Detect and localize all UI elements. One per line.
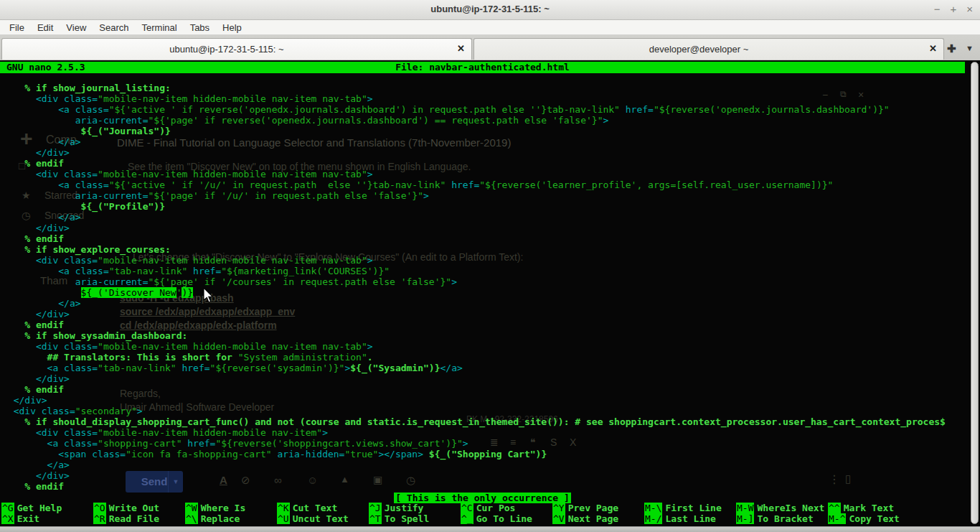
code-line: </div> [2, 373, 946, 384]
mouse-cursor-icon [203, 288, 214, 304]
nano-status-message: [ This is the only occurrence ] [394, 493, 571, 503]
code-line: <a class="${'active ' if reverse('opened… [2, 104, 946, 115]
code-line: ${_("Journals")} [2, 126, 946, 136]
nano-shortcut: ^RRead File [93, 513, 185, 524]
nano-shortcut: ^JJustify [369, 503, 461, 513]
window-bottom-edge [0, 526, 980, 532]
nano-shortcut: ^KCut Text [277, 503, 369, 513]
code-line: % endif [2, 233, 946, 244]
nano-shortcuts-row2: ^XExit^RRead File^\Replace^UUncut Text^T… [1, 513, 920, 524]
close-button[interactable]: × [966, 1, 973, 17]
code-line: % endif [2, 481, 946, 492]
code-line: </a> [2, 136, 946, 147]
nano-filename: File: navbar-authenticated.html [0, 62, 965, 73]
code-line: ## Translators: This is short for "Syste… [2, 352, 946, 363]
terminal-window[interactable]: +Comp□★Starred◷SnoozedThamDIME - Final T… [0, 60, 980, 532]
screen: { "window": { "title": "ubuntu@ip-172-31… [0, 0, 980, 532]
code-line: aria-current="${'page' if '/u/' in reque… [2, 190, 946, 201]
menu-item-terminal[interactable]: Terminal [136, 22, 184, 34]
nano-statusbar: [ This is the only occurrence ] [0, 491, 965, 502]
menu-item-view[interactable]: View [60, 22, 93, 34]
code-line: <div class="secondary"> [2, 406, 946, 416]
terminal-scrollbar[interactable] [971, 62, 979, 524]
code-line: </a> [2, 459, 946, 470]
code-line: <div class="mobile-nav-item hidden-mobil… [2, 255, 946, 266]
code-line: <div class="mobile-nav-item hidden-mobil… [2, 427, 946, 438]
code-line: </a> [2, 212, 946, 223]
nano-shortcut: M-/Last Line [644, 513, 736, 524]
code-line: % if show_journal_listing: [2, 83, 946, 93]
tab-close-icon[interactable]: ✕ [929, 43, 937, 54]
nano-shortcut: ^OWrite Out [93, 503, 185, 513]
code-line: </div> [2, 395, 946, 406]
tab-label: ubuntu@ip-172-31-5-115: ~ [2, 44, 451, 55]
code-line: % endif [2, 158, 946, 169]
tab-close-icon[interactable]: ✕ [457, 43, 465, 54]
code-line: % if show_explore_courses: [2, 244, 946, 255]
menu-item-search[interactable]: Search [93, 22, 135, 34]
code-line: ${_("Profile")} [2, 201, 946, 212]
code-line: <span class="icon fa fa-shopping-cart" a… [2, 449, 946, 459]
code-line: </div> [2, 147, 946, 158]
tab-bar: ubuntu@ip-172-31-5-115: ~ ✕ developer@de… [0, 35, 980, 60]
menu-item-tabs[interactable]: Tabs [184, 22, 216, 34]
code-line: ${_('Discover New')} [2, 287, 946, 298]
nano-titlebar: GNU nano 2.5.3 File: navbar-authenticate… [0, 62, 965, 73]
code-line: </div> [2, 223, 946, 233]
tab-list-dropdown-icon[interactable]: ▼ [966, 44, 974, 52]
menu-item-file[interactable]: File [3, 22, 31, 34]
terminal-tab-developer[interactable]: developer@developer ~ ✕ [473, 38, 944, 60]
code-line: </div> [2, 309, 946, 319]
code-line: aria-current="${'page' if reverse('opene… [2, 115, 946, 126]
nano-shortcut: M-^Copy Text [828, 513, 920, 524]
code-line: % endif [2, 384, 946, 395]
tab-label: developer@developer ~ [474, 44, 923, 55]
nano-shortcut: M-]To Bracket [736, 513, 828, 524]
code-line: <a class="${'active ' if '/u/' in reques… [2, 179, 946, 190]
code-line: </div> [2, 470, 946, 481]
code-line: % if show_sysadmin_dashboard: [2, 330, 946, 341]
nano-shortcut: ^TTo Spell [369, 513, 461, 524]
code-line: % if should_display_shopping_cart_func()… [2, 416, 946, 427]
menu-item-help[interactable]: Help [216, 22, 248, 34]
code-line: <a class="shopping-cart" href="${reverse… [2, 438, 946, 449]
terminal-tab-ubuntu[interactable]: ubuntu@ip-172-31-5-115: ~ ✕ [1, 38, 472, 60]
minimize-button[interactable]: − [934, 1, 941, 17]
code-line: <a class="tab-nav-link" href="${reverse(… [2, 363, 946, 373]
code-line: <div class="mobile-nav-item hidden-mobil… [2, 169, 946, 179]
code-line: <div class="mobile-nav-item hidden-mobil… [2, 341, 946, 352]
code-line: aria-current="${'page' if '/courses' in … [2, 276, 946, 287]
nano-shortcut: ^UUncut Text [277, 513, 369, 524]
editor-text[interactable]: % if show_journal_listing: <div class="m… [2, 83, 946, 492]
nano-shortcut: ^WWhere Is [185, 503, 277, 513]
nano-shortcut: ^CCur Pos [461, 503, 552, 513]
nano-shortcut: M-\First Line [644, 503, 736, 513]
window-title: ubuntu@ip-172-31-5-115: ~ [0, 4, 980, 14]
nano-shortcut: ^_Go To Line [461, 513, 552, 524]
nano-shortcuts-row1: ^GGet Help^OWrite Out^WWhere Is^KCut Tex… [1, 503, 920, 513]
code-line: <a class="tab-nav-link" href="${marketin… [2, 266, 946, 276]
window-titlebar[interactable]: ubuntu@ip-172-31-5-115: ~ − + × [0, 0, 980, 20]
new-tab-icon[interactable]: ✚ [947, 42, 956, 55]
code-line: <div class="mobile-nav-item hidden-mobil… [2, 93, 946, 104]
nano-shortcut: ^XExit [1, 513, 93, 524]
code-line: </a> [2, 298, 946, 309]
code-line: % endif [2, 319, 946, 330]
nano-shortcut: ^VNext Page [552, 513, 644, 524]
menu-bar: FileEditViewSearchTerminalTabsHelp [0, 20, 980, 35]
maximize-button[interactable]: + [950, 1, 956, 17]
nano-shortcut: ^\Replace [185, 513, 277, 524]
menu-item-edit[interactable]: Edit [31, 22, 60, 34]
nano-shortcut: ^GGet Help [1, 503, 93, 513]
nano-shortcut: ^YPrev Page [552, 503, 644, 513]
nano-shortcut: ^^Mark Text [828, 503, 920, 513]
nano-shortcut: M-WWhereIs Next [736, 503, 828, 513]
